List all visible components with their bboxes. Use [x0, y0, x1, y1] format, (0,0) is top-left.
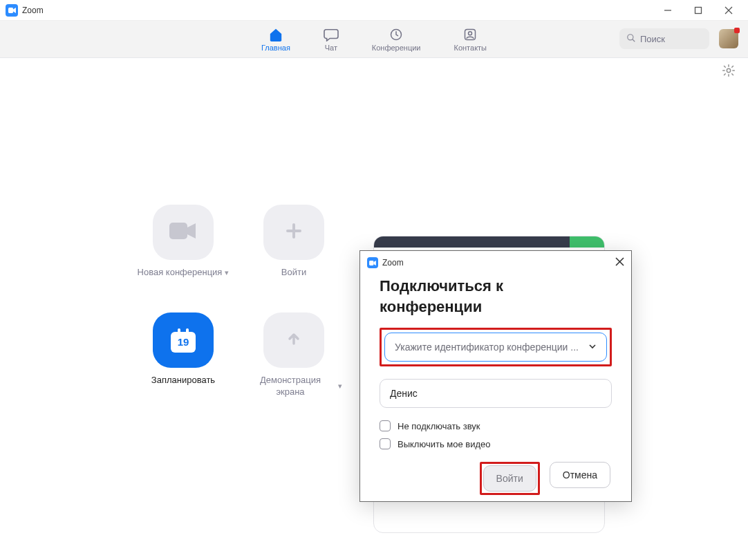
zoom-logo-icon — [367, 257, 378, 268]
modal-title-left: Zoom — [367, 257, 404, 268]
tile-label: Войти — [281, 267, 306, 278]
tile-label-row: Демонстрация экрана ▾ — [245, 375, 342, 398]
name-input[interactable] — [380, 379, 612, 408]
join-button[interactable] — [263, 205, 324, 260]
nav-label: Контакты — [454, 44, 487, 52]
highlight-join-button: Войти — [480, 462, 540, 495]
svg-line-9 — [633, 39, 635, 41]
svg-point-7 — [469, 31, 472, 35]
new-meeting-button[interactable] — [153, 205, 214, 260]
settings-row — [0, 58, 748, 80]
tile-label: Запланировать — [151, 375, 215, 386]
share-screen-button[interactable] — [263, 312, 324, 368]
search-icon — [626, 33, 636, 45]
tile-label: Новая конференция — [138, 267, 223, 278]
tile-share-screen: Демонстрация экрана ▾ — [242, 312, 346, 398]
top-nav: Главная Чат Конференции Контакты Поиск — [0, 21, 748, 58]
nav-label: Конференции — [372, 44, 421, 52]
close-icon[interactable] — [615, 256, 624, 269]
chat-icon — [324, 27, 339, 42]
chevron-down-icon[interactable]: ▾ — [338, 382, 342, 391]
meeting-id-placeholder: Укажите идентификатор конференции ... — [395, 342, 579, 353]
option-disable-video[interactable]: Выключить мое видео — [380, 438, 612, 449]
minimize-button[interactable] — [654, 1, 682, 20]
main-area: Новая конференция ▾ Войти 19 Запланирова — [0, 80, 748, 122]
status-dot-icon — [734, 28, 740, 33]
tiles-grid: Новая конференция ▾ Войти 19 Запланирова — [131, 205, 346, 398]
titlebar-left: Zoom — [6, 4, 44, 17]
close-button[interactable] — [715, 1, 742, 20]
join-meeting-modal: Zoom Подключиться к конференции Укажите … — [359, 250, 632, 502]
join-submit-button[interactable]: Войти — [483, 465, 536, 492]
schedule-button[interactable]: 19 — [153, 312, 214, 368]
home-icon — [268, 27, 283, 42]
tile-schedule: 19 Запланировать — [131, 312, 235, 398]
svg-point-10 — [727, 68, 730, 72]
calendar-icon: 19 — [171, 328, 196, 353]
svg-rect-0 — [8, 8, 13, 13]
button-label: Отмена — [563, 469, 597, 480]
tile-join: Войти — [242, 205, 346, 278]
option-label: Не подключать звук — [398, 421, 480, 431]
window-titlebar: Zoom — [0, 0, 748, 21]
zoom-logo-icon — [6, 4, 18, 17]
avatar[interactable] — [719, 29, 738, 48]
meeting-id-field[interactable]: Укажите идентификатор конференции ... — [384, 333, 607, 362]
nav-tab-chat[interactable]: Чат — [324, 27, 339, 52]
plus-icon — [283, 221, 304, 244]
nav-tab-meetings[interactable]: Конференции — [372, 27, 421, 52]
chevron-down-icon — [588, 342, 597, 353]
app-title: Zoom — [22, 6, 44, 15]
option-mute-audio[interactable]: Не подключать звук — [380, 420, 612, 431]
contacts-icon — [462, 27, 478, 42]
maximize-button[interactable] — [684, 1, 712, 20]
svg-point-8 — [628, 34, 633, 39]
modal-titlebar: Zoom — [360, 251, 631, 274]
arrow-up-icon — [285, 330, 303, 351]
svg-rect-14 — [369, 261, 373, 265]
checkbox-icon — [380, 420, 391, 431]
search-placeholder: Поиск — [640, 34, 665, 44]
chevron-down-icon[interactable]: ▾ — [225, 268, 229, 277]
search-input[interactable]: Поиск — [619, 28, 709, 49]
tile-new-meeting: Новая конференция ▾ — [131, 205, 235, 278]
video-icon — [169, 222, 197, 243]
svg-rect-2 — [695, 7, 702, 13]
nav-tab-home[interactable]: Главная — [261, 27, 290, 52]
right-panel-header — [374, 236, 604, 248]
tile-label-row: Новая конференция ▾ — [138, 267, 230, 278]
modal-body: Подключиться к конференции Укажите идент… — [360, 276, 631, 495]
modal-actions: Войти Отмена — [380, 462, 612, 495]
option-label: Выключить мое видео — [398, 439, 491, 449]
window-controls — [654, 1, 742, 20]
modal-heading-line2: конференции — [380, 297, 612, 317]
tile-label: Демонстрация экрана — [245, 375, 335, 398]
checkbox-icon — [380, 438, 391, 449]
calendar-day: 19 — [171, 332, 196, 353]
cancel-button[interactable]: Отмена — [550, 462, 610, 488]
tile-label-row: Запланировать — [151, 375, 215, 386]
modal-heading: Подключиться к конференции — [380, 276, 612, 317]
gear-icon[interactable] — [722, 64, 736, 80]
button-label: Войти — [496, 473, 523, 484]
nav-label: Главная — [261, 44, 290, 52]
nav-tab-contacts[interactable]: Контакты — [454, 27, 487, 52]
highlight-meeting-id: Укажите идентификатор конференции ... — [380, 328, 612, 366]
svg-rect-11 — [169, 223, 187, 239]
clock-icon — [389, 27, 404, 42]
nav-label: Чат — [325, 44, 337, 52]
modal-heading-line1: Подключиться к — [380, 276, 612, 297]
modal-app-title: Zoom — [382, 258, 404, 268]
nav-items: Главная Чат Конференции Контакты — [261, 27, 487, 52]
options-group: Не подключать звук Выключить мое видео — [380, 420, 612, 449]
tile-label-row: Войти — [281, 267, 306, 278]
